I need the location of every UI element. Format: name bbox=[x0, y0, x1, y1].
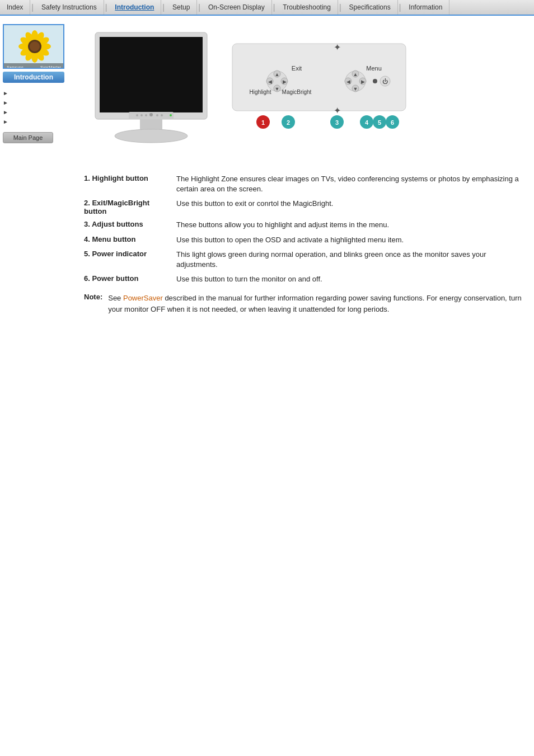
sidebar-intro-button[interactable]: Introduction bbox=[3, 72, 64, 83]
svg-point-28 bbox=[156, 114, 158, 116]
nav-index[interactable]: Index bbox=[0, 0, 30, 15]
desc-text-exit: Use this button to exit or conrtol the M… bbox=[176, 199, 333, 215]
arrow-icon-4: ► bbox=[3, 119, 8, 125]
svg-text:▶: ▶ bbox=[361, 79, 365, 84]
svg-text:▲: ▲ bbox=[275, 72, 280, 77]
nav-setup[interactable]: Setup bbox=[166, 0, 197, 15]
desc-text-adjust: These buttons allow you to highlight and… bbox=[176, 220, 389, 230]
svg-text:▲: ▲ bbox=[353, 72, 358, 77]
nav-osd[interactable]: On-Screen Display bbox=[202, 0, 272, 15]
svg-text:◀: ◀ bbox=[346, 79, 350, 84]
nav-troubleshooting[interactable]: Troubleshooting bbox=[276, 0, 338, 15]
svg-text:4: 4 bbox=[365, 119, 369, 126]
svg-text:✦: ✦ bbox=[334, 106, 341, 115]
svg-rect-20 bbox=[100, 37, 203, 112]
note-label: Note: bbox=[84, 293, 102, 314]
nav-specifications[interactable]: Specifications bbox=[343, 0, 398, 15]
note-text-before: See bbox=[108, 294, 123, 302]
sidebar-nav-item-1[interactable]: ► bbox=[3, 88, 70, 98]
desc-text-menu: Use this button to open the OSD and acti… bbox=[176, 235, 404, 245]
nav-introduction[interactable]: Introduction bbox=[108, 0, 161, 15]
svg-text:SyncMaster: SyncMaster bbox=[40, 65, 62, 69]
svg-text:▼: ▼ bbox=[275, 86, 280, 92]
desc-label-adjust: 3. Adjust buttons bbox=[84, 220, 168, 230]
nav-sep-5: | bbox=[272, 3, 277, 12]
desc-item-exit: 2. Exit/MagicBright button Use this butt… bbox=[84, 199, 523, 215]
svg-text:MagicBright: MagicBright bbox=[282, 89, 312, 95]
svg-text:1: 1 bbox=[261, 119, 265, 126]
sidebar-monitor-graphic: Samsung SyncMaster bbox=[4, 25, 64, 69]
nav-sep-1: | bbox=[30, 3, 35, 12]
sidebar-image: Samsung SyncMaster bbox=[3, 24, 64, 69]
desc-label-power-button: 6. Power button bbox=[84, 274, 168, 284]
arrow-icon-3: ► bbox=[3, 109, 8, 115]
svg-text:Menu: Menu bbox=[366, 65, 382, 72]
nav-sep-2: | bbox=[104, 3, 109, 12]
desc-text-power-button: Use this button to turn the monitor on a… bbox=[176, 274, 322, 284]
sidebar-nav-list: ► ► ► ► bbox=[3, 88, 70, 126]
svg-point-15 bbox=[30, 41, 40, 51]
note-text: See PowerSaver described in the manual f… bbox=[108, 293, 523, 314]
monitor-svg bbox=[84, 27, 218, 157]
svg-text:◀: ◀ bbox=[268, 79, 272, 84]
desc-label-menu: 4. Menu button bbox=[84, 235, 168, 245]
note-text-after: described in the manual for further info… bbox=[108, 294, 522, 313]
nav-information[interactable]: Information bbox=[402, 0, 449, 15]
svg-point-26 bbox=[145, 114, 147, 116]
power-saver-link[interactable]: PowerSaver bbox=[123, 294, 163, 302]
desc-label-highlight: 1. Highlight button bbox=[84, 174, 168, 194]
nav-sep-4: | bbox=[197, 3, 202, 12]
desc-item-power-button: 6. Power button Use this button to turn … bbox=[84, 274, 523, 284]
monitor-illustration: ✦ ✦ Menu Exit Highlight MagicBright ◀ bbox=[84, 27, 523, 157]
desc-text-highlight: The Highlight Zone ensures clear images … bbox=[176, 174, 523, 194]
desc-label-exit: 2. Exit/MagicBright button bbox=[84, 199, 168, 215]
svg-text:2: 2 bbox=[287, 119, 290, 126]
svg-rect-21 bbox=[140, 119, 162, 129]
main-layout: Samsung SyncMaster Introduction ► ► ► ► … bbox=[0, 16, 534, 326]
content-area: ✦ ✦ Menu Exit Highlight MagicBright ◀ bbox=[73, 21, 534, 320]
note-section: Note: See PowerSaver described in the ma… bbox=[84, 293, 523, 314]
svg-text:⏻: ⏻ bbox=[382, 78, 388, 84]
desc-item-highlight: 1. Highlight button The Highlight Zone e… bbox=[84, 174, 523, 194]
desc-item-menu: 4. Menu button Use this button to open t… bbox=[84, 235, 523, 245]
desc-item-power-indicator: 5. Power indicator This light glows gree… bbox=[84, 250, 523, 270]
sidebar-nav-item-3[interactable]: ► bbox=[3, 107, 70, 117]
svg-point-22 bbox=[115, 129, 188, 143]
nav-sep-6: | bbox=[338, 3, 343, 12]
nav-sep-7: | bbox=[398, 3, 402, 12]
svg-text:Samsung: Samsung bbox=[7, 65, 24, 69]
desc-text-power-indicator: This light glows green during normal ope… bbox=[176, 250, 523, 270]
svg-point-27 bbox=[149, 113, 153, 116]
nav-safety[interactable]: Safety Instructions bbox=[35, 0, 104, 15]
navbar: Index | Safety Instructions | Introducti… bbox=[0, 0, 534, 16]
arrow-icon-1: ► bbox=[3, 90, 8, 96]
desc-label-exit-line2: button bbox=[84, 207, 106, 215]
svg-text:6: 6 bbox=[391, 119, 394, 126]
desc-item-adjust: 3. Adjust buttons These buttons allow yo… bbox=[84, 220, 523, 230]
desc-label-power-indicator: 5. Power indicator bbox=[84, 250, 168, 270]
sidebar-nav-item-2[interactable]: ► bbox=[3, 98, 70, 107]
descriptions-section: 1. Highlight button The Highlight Zone e… bbox=[84, 174, 523, 284]
svg-text:Highlight: Highlight bbox=[250, 89, 271, 95]
svg-rect-31 bbox=[232, 44, 406, 111]
svg-text:Exit: Exit bbox=[292, 65, 302, 72]
svg-text:▼: ▼ bbox=[353, 86, 358, 92]
svg-point-24 bbox=[136, 114, 138, 116]
sidebar: Samsung SyncMaster Introduction ► ► ► ► … bbox=[0, 21, 73, 320]
svg-text:3: 3 bbox=[335, 119, 339, 126]
svg-point-56 bbox=[373, 79, 377, 83]
arrow-icon-2: ► bbox=[3, 100, 8, 106]
svg-text:5: 5 bbox=[378, 119, 381, 126]
desc-label-exit-line1: 2. Exit/MagicBright bbox=[84, 199, 149, 207]
svg-point-30 bbox=[170, 114, 172, 116]
main-page-button[interactable]: Main Page bbox=[3, 132, 53, 143]
svg-text:✦: ✦ bbox=[334, 43, 341, 52]
svg-text:▶: ▶ bbox=[283, 79, 287, 84]
nav-sep-3: | bbox=[161, 3, 166, 12]
svg-point-25 bbox=[140, 114, 143, 116]
controls-svg: ✦ ✦ Menu Exit Highlight MagicBright ◀ bbox=[229, 27, 409, 152]
svg-point-29 bbox=[161, 114, 163, 116]
sidebar-nav-item-4[interactable]: ► bbox=[3, 117, 70, 126]
